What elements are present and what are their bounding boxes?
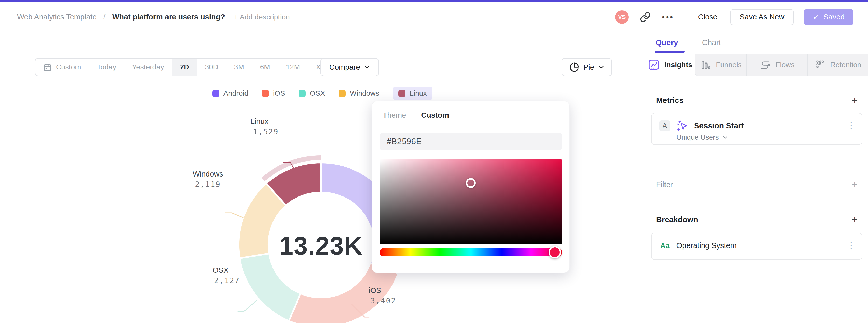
property-type-icon: Aa bbox=[660, 241, 670, 250]
tab-theme[interactable]: Theme bbox=[383, 111, 406, 120]
metrics-header: Metrics + bbox=[656, 95, 858, 105]
filter-header: Filter + bbox=[656, 180, 858, 190]
legend-item-windows[interactable]: Windows bbox=[339, 87, 379, 100]
add-description-button[interactable]: + Add description...... bbox=[234, 13, 302, 21]
breadcrumb-separator: / bbox=[103, 13, 105, 21]
add-filter-button[interactable]: + bbox=[852, 180, 858, 190]
query-sidebar: Query Chart Insights F bbox=[645, 33, 868, 323]
range-12m[interactable]: 12M bbox=[278, 59, 308, 76]
breakdown-header: Breakdown + bbox=[656, 215, 858, 225]
header: Web Analytics Template / What platform a… bbox=[0, 2, 868, 32]
breakdown-property-name[interactable]: Operating System bbox=[676, 241, 737, 250]
range-6m[interactable]: 6M bbox=[252, 59, 278, 76]
close-button[interactable]: Close bbox=[695, 13, 720, 21]
legend-swatch bbox=[339, 90, 346, 97]
retention-icon bbox=[814, 59, 826, 70]
chart-type-select[interactable]: Pie bbox=[562, 58, 612, 76]
range-30d[interactable]: 30D bbox=[197, 59, 226, 76]
metric-row: A Session Start bbox=[659, 120, 744, 132]
legend-swatch bbox=[212, 90, 219, 97]
metric-card[interactable]: A Session Start ⋮ Unique Users bbox=[651, 113, 862, 145]
view-tabs: Insights Funnels Flows bbox=[645, 54, 868, 76]
legend-item-osx[interactable]: OSX bbox=[299, 87, 325, 100]
hue-slider[interactable] bbox=[379, 248, 562, 256]
hue-handle[interactable] bbox=[549, 246, 561, 258]
hex-color-input[interactable] bbox=[379, 133, 562, 150]
event-sparkle-cursor-icon bbox=[676, 120, 688, 132]
tab-funnels[interactable]: Funnels bbox=[695, 54, 747, 76]
breadcrumb: Web Analytics Template / What platform a… bbox=[0, 13, 302, 21]
chart-legend: Android iOS OSX Windows Linux bbox=[0, 87, 645, 100]
link-icon bbox=[640, 12, 651, 23]
header-actions: VS ••• Close Save As New ✓ Saved bbox=[615, 9, 868, 25]
donut-center-value: 13.23K bbox=[256, 231, 386, 261]
filter-title: Filter bbox=[656, 181, 673, 189]
avatar[interactable]: VS bbox=[615, 10, 629, 24]
slice-label-osx: OSX 2,127 bbox=[213, 266, 240, 285]
tab-custom[interactable]: Custom bbox=[421, 111, 449, 120]
breakdown-menu-button[interactable]: ⋮ bbox=[847, 240, 856, 250]
ellipsis-icon: ••• bbox=[662, 11, 674, 23]
tab-insights[interactable]: Insights bbox=[645, 54, 695, 76]
legend-swatch bbox=[299, 90, 306, 97]
app-root: Web Analytics Template / What platform a… bbox=[0, 0, 868, 323]
metric-event-name[interactable]: Session Start bbox=[694, 121, 744, 130]
range-3m[interactable]: 3M bbox=[226, 59, 252, 76]
header-divider bbox=[685, 10, 685, 24]
breakdown-title: Breakdown bbox=[656, 215, 698, 224]
chevron-down-icon bbox=[722, 136, 728, 139]
check-icon: ✓ bbox=[813, 13, 819, 22]
flows-icon bbox=[760, 59, 771, 70]
tab-query[interactable]: Query bbox=[656, 38, 678, 53]
saved-label: Saved bbox=[824, 13, 845, 21]
tab-flows[interactable]: Flows bbox=[747, 54, 808, 76]
compare-button[interactable]: Compare bbox=[320, 58, 379, 76]
range-custom[interactable]: Custom bbox=[35, 59, 89, 76]
legend-swatch bbox=[262, 90, 269, 97]
save-as-new-button[interactable]: Save As New bbox=[730, 9, 794, 25]
calendar-icon bbox=[43, 63, 52, 71]
donut-slice-osx[interactable] bbox=[240, 254, 301, 321]
chevron-down-icon bbox=[364, 65, 370, 69]
sidebar-tabs: Query Chart bbox=[656, 38, 721, 53]
slice-label-windows: Windows 2,119 bbox=[187, 170, 228, 189]
range-today[interactable]: Today bbox=[89, 59, 124, 76]
more-menu-button[interactable]: ••• bbox=[662, 11, 674, 23]
legend-item-android[interactable]: Android bbox=[212, 87, 249, 100]
range-7d[interactable]: 7D bbox=[172, 59, 197, 76]
color-picker-popup: Theme Custom bbox=[372, 101, 569, 273]
breadcrumb-root[interactable]: Web Analytics Template bbox=[17, 13, 97, 21]
funnels-icon bbox=[700, 59, 711, 70]
legend-swatch bbox=[399, 90, 405, 97]
add-breakdown-button[interactable]: + bbox=[852, 215, 858, 225]
slice-label-ios: iOS 3,402 bbox=[369, 286, 396, 305]
tab-retention[interactable]: Retention bbox=[808, 54, 868, 76]
chevron-down-icon bbox=[598, 65, 604, 69]
legend-item-ios[interactable]: iOS bbox=[262, 87, 285, 100]
legend-item-linux[interactable]: Linux bbox=[393, 87, 433, 100]
range-label: Custom bbox=[56, 63, 81, 71]
page-title[interactable]: What platform are users using? bbox=[112, 13, 225, 21]
range-yesterday[interactable]: Yesterday bbox=[124, 59, 172, 76]
saturation-handle[interactable] bbox=[466, 178, 476, 188]
breakdown-row: Aa Operating System bbox=[660, 241, 737, 250]
metrics-title: Metrics bbox=[656, 96, 683, 105]
saturation-gradient[interactable] bbox=[379, 159, 562, 244]
breakdown-card[interactable]: Aa Operating System ⋮ bbox=[651, 232, 862, 260]
share-link-button[interactable] bbox=[639, 11, 652, 23]
date-range-control: Custom Today Yesterday 7D 30D 3M 6M 12M … bbox=[35, 58, 348, 76]
tab-chart[interactable]: Chart bbox=[702, 38, 721, 53]
metric-menu-button[interactable]: ⋮ bbox=[847, 120, 856, 130]
slice-label-linux: Linux 1,529 bbox=[250, 117, 279, 136]
add-metric-button[interactable]: + bbox=[852, 95, 858, 105]
pie-chart-icon bbox=[569, 62, 579, 72]
popup-divider bbox=[372, 127, 570, 127]
color-picker-tabs: Theme Custom bbox=[383, 111, 449, 120]
insights-icon bbox=[648, 59, 660, 71]
top-accent-bar bbox=[0, 0, 868, 2]
saved-button[interactable]: ✓ Saved bbox=[804, 9, 854, 25]
metric-aggregation[interactable]: Unique Users bbox=[676, 133, 728, 141]
metric-badge: A bbox=[659, 120, 670, 131]
